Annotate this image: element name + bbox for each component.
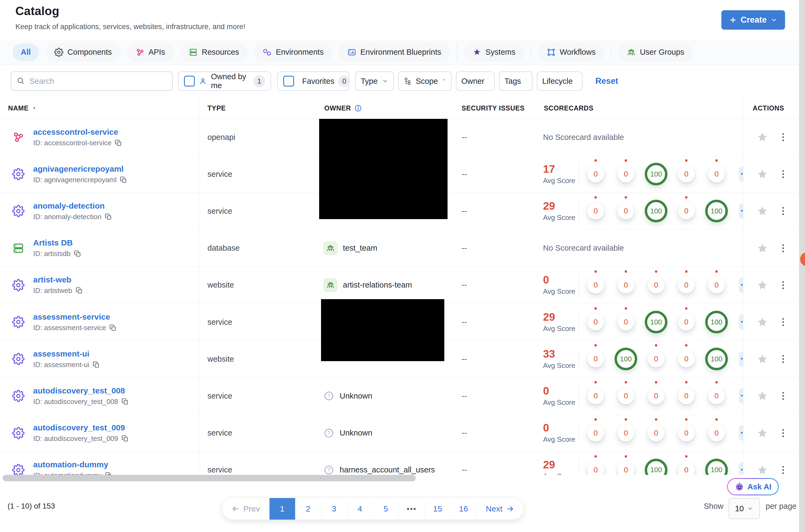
entity-name-link[interactable]: agnivagenericrepoyaml xyxy=(33,165,124,173)
page-button-2[interactable]: 2 xyxy=(295,498,321,519)
scorecard-badge-zero[interactable]: 0 xyxy=(587,387,604,404)
tab-all[interactable]: All xyxy=(13,44,39,61)
tab-resources[interactable]: Resources xyxy=(181,44,248,61)
owned-by-me-checkbox[interactable] xyxy=(184,76,195,87)
copy-icon[interactable] xyxy=(93,361,100,368)
favorites-filter[interactable]: Favorites 0 xyxy=(277,71,349,91)
scorecard-badge-full[interactable]: 100 xyxy=(645,311,667,334)
scorecard-badge-zero[interactable]: 0 xyxy=(618,387,634,404)
copy-icon[interactable] xyxy=(120,176,127,184)
scorecard-badge-full[interactable]: 100 xyxy=(705,348,728,370)
favorites-checkbox[interactable] xyxy=(283,76,294,87)
create-button[interactable]: Create xyxy=(721,10,785,30)
scorecard-badge-full[interactable]: 100 xyxy=(705,459,728,475)
prev-page-button[interactable]: Prev xyxy=(222,498,269,519)
entity-name-link[interactable]: anomaly-detection xyxy=(33,201,105,210)
info-icon[interactable] xyxy=(354,104,362,112)
scorecard-badge-zero[interactable]: 0 xyxy=(618,462,634,475)
scorecard-badge-zero[interactable]: 0 xyxy=(678,425,695,441)
scorecard-badge-zero[interactable]: 0 xyxy=(678,277,695,293)
column-header-name[interactable]: NAME xyxy=(8,97,37,119)
entity-name-link[interactable]: artist-web xyxy=(33,275,72,284)
page-button-1[interactable]: 1 xyxy=(269,498,295,519)
favorite-star-icon[interactable] xyxy=(757,317,768,328)
page-button-4[interactable]: 4 xyxy=(347,498,373,519)
scorecard-badge-full[interactable]: 100 xyxy=(615,348,637,370)
scorecard-badge-zero[interactable]: 0 xyxy=(678,387,695,404)
tab-components[interactable]: Components xyxy=(46,44,120,61)
scorecard-badge-zero[interactable]: 0 xyxy=(587,314,604,330)
kebab-menu-icon[interactable] xyxy=(778,428,789,438)
kebab-menu-icon[interactable] xyxy=(778,132,789,142)
scorecard-badge-zero[interactable]: 0 xyxy=(708,277,725,293)
tab-apis[interactable]: APIs xyxy=(127,44,173,61)
entity-name-link[interactable]: autodiscovery_test_008 xyxy=(33,386,125,395)
page-button-5[interactable]: 5 xyxy=(373,498,399,519)
favorite-star-icon[interactable] xyxy=(757,243,768,254)
scorecard-badge-zero[interactable]: 0 xyxy=(678,166,695,183)
copy-icon[interactable] xyxy=(105,213,112,221)
scope-filter-dropdown[interactable]: Scope xyxy=(398,71,452,91)
tab-systems[interactable]: Systems xyxy=(464,44,524,61)
scorecard-badge-full[interactable]: 100 xyxy=(645,200,667,222)
scorecard-badge-zero[interactable]: 0 xyxy=(678,462,695,475)
kebab-menu-icon[interactable] xyxy=(778,243,789,253)
tab-environment-blueprints[interactable]: AEnvironment Blueprints xyxy=(339,44,450,61)
entity-name-link[interactable]: assessment-ui xyxy=(33,349,89,358)
favorite-star-icon[interactable] xyxy=(757,428,768,439)
copy-icon[interactable] xyxy=(122,398,129,405)
kebab-menu-icon[interactable] xyxy=(778,317,789,327)
scorecard-badge-zero[interactable]: 0 xyxy=(587,203,604,220)
scorecard-badge-zero[interactable]: 0 xyxy=(618,166,634,183)
page-button-15[interactable]: 15 xyxy=(425,498,451,519)
scorecard-badge-zero[interactable]: 0 xyxy=(618,277,634,293)
scorecard-badge-zero[interactable]: 0 xyxy=(648,387,664,404)
scorecard-badge-zero[interactable]: 0 xyxy=(618,203,634,220)
scorecard-badge-zero[interactable]: 0 xyxy=(708,425,725,441)
scorecard-badge-full[interactable]: 100 xyxy=(705,200,728,222)
kebab-menu-icon[interactable] xyxy=(778,391,789,401)
scorecard-badge-zero[interactable]: 0 xyxy=(648,425,664,441)
copy-icon[interactable] xyxy=(109,324,116,331)
kebab-menu-icon[interactable] xyxy=(778,464,789,475)
page-button-3[interactable]: 3 xyxy=(321,498,347,519)
favorite-star-icon[interactable] xyxy=(757,353,768,365)
tab-workflows[interactable]: Workflows xyxy=(538,44,604,61)
next-page-button[interactable]: Next xyxy=(476,498,524,519)
scorecard-badge-zero[interactable]: 0 xyxy=(587,166,604,183)
scorecard-badge-full[interactable]: 100 xyxy=(705,311,728,334)
window-scrollbar-track[interactable] xyxy=(799,0,805,532)
scorecard-badge-zero[interactable]: 0 xyxy=(648,277,664,293)
scorecard-badge-zero[interactable]: 0 xyxy=(618,425,634,441)
copy-icon[interactable] xyxy=(115,139,122,147)
kebab-menu-icon[interactable] xyxy=(778,280,789,290)
entity-name-link[interactable]: autodiscovery_test_009 xyxy=(33,423,125,432)
page-button-16[interactable]: 16 xyxy=(451,498,476,519)
owned-by-me-filter[interactable]: Owned by me 1 xyxy=(178,71,271,91)
favorite-star-icon[interactable] xyxy=(757,168,768,180)
copy-icon[interactable] xyxy=(74,250,81,258)
copy-icon[interactable] xyxy=(105,472,112,475)
copy-icon[interactable] xyxy=(75,287,83,294)
scorecard-badge-zero[interactable]: 0 xyxy=(678,350,695,367)
owner-filter-dropdown[interactable]: Owner xyxy=(456,71,495,91)
lifecycle-filter-dropdown[interactable]: Lifecycle xyxy=(537,71,582,91)
copy-icon[interactable] xyxy=(122,435,129,442)
scorecard-badge-zero[interactable]: 0 xyxy=(587,425,604,441)
scorecard-badge-full[interactable]: 100 xyxy=(645,459,667,475)
horizontal-scrollbar[interactable] xyxy=(3,475,416,481)
page-size-select[interactable]: 10 xyxy=(729,498,760,519)
scorecard-badge-zero[interactable]: 0 xyxy=(587,350,604,367)
scorecard-badge-zero[interactable]: 0 xyxy=(618,314,634,330)
entity-name-link[interactable]: assessment-service xyxy=(33,312,110,321)
entity-name-link[interactable]: accesscontrol-service xyxy=(33,128,118,136)
reset-filters-link[interactable]: Reset xyxy=(596,71,618,91)
kebab-menu-icon[interactable] xyxy=(778,206,789,216)
ask-ai-button[interactable]: Ask AI xyxy=(727,478,779,495)
kebab-menu-icon[interactable] xyxy=(778,169,789,179)
favorite-star-icon[interactable] xyxy=(757,132,768,143)
search-input[interactable] xyxy=(29,77,167,86)
tab-environments[interactable]: Environments xyxy=(254,44,332,61)
entity-name-link[interactable]: Artists DB xyxy=(33,238,73,247)
favorite-star-icon[interactable] xyxy=(757,280,768,291)
